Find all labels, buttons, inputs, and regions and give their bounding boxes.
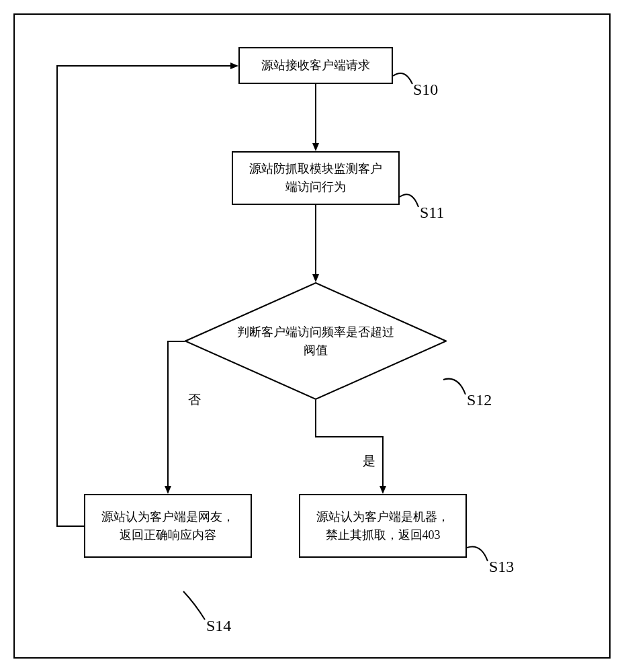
label-s13: S13 (489, 558, 514, 576)
step-s10: 源站接收客户端请求 (238, 47, 393, 84)
label-yes: 是 (363, 452, 375, 470)
label-s12: S12 (467, 391, 492, 409)
step-s13: 源站认为客户端是机器， 禁止其抓取，返回403 (299, 494, 467, 558)
step-s14-text: 源站认为客户端是网友， 返回正确响应内容 (101, 508, 234, 544)
label-s11: S11 (420, 204, 444, 222)
label-s10: S10 (413, 81, 438, 99)
step-s11: 源站防抓取模块监测客户 端访问行为 (232, 151, 400, 205)
step-s11-text: 源站防抓取模块监测客户 端访问行为 (249, 160, 382, 196)
decision-s12-text: 判断客户端访问频率是否超过 阀值 (210, 323, 421, 360)
decision-s12: 判断客户端访问频率是否超过 阀值 (185, 282, 447, 400)
label-s14: S14 (206, 617, 231, 635)
step-s14: 源站认为客户端是网友， 返回正确响应内容 (84, 494, 252, 558)
step-s10-text: 源站接收客户端请求 (261, 56, 370, 75)
step-s13-text: 源站认为客户端是机器， 禁止其抓取，返回403 (316, 508, 449, 544)
label-no: 否 (188, 391, 201, 409)
